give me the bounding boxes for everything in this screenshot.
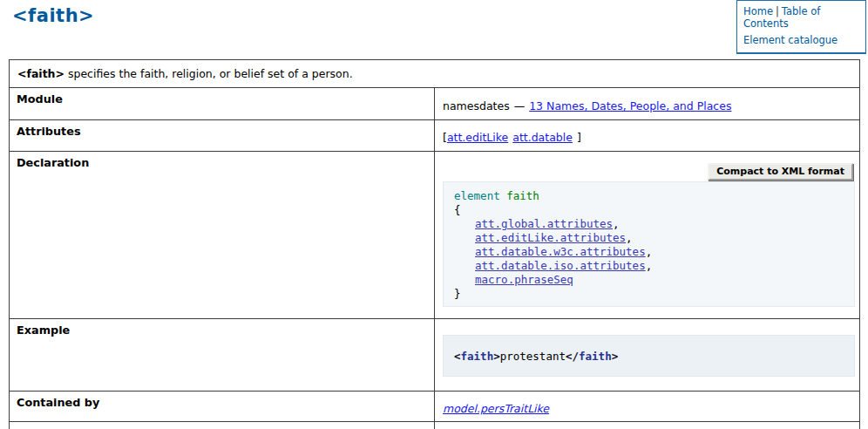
example-close-tag-name: faith: [579, 350, 612, 363]
model-perstraitlike-link[interactable]: model.persTraitLike: [443, 402, 549, 415]
module-dash: —: [514, 99, 526, 112]
truncated-row-value-cell: [435, 422, 860, 429]
code-link-macro-phraseseq[interactable]: macro.phraseSeq: [475, 273, 573, 286]
truncated-row-label-cell: [10, 422, 435, 429]
module-label: Module: [10, 88, 435, 120]
contained-by-label: Contained by: [10, 392, 435, 422]
element-tag-text: <faith>: [17, 67, 64, 80]
example-open-tag-name: faith: [461, 350, 494, 363]
nav-row-main: Home|Table of Contents: [743, 5, 859, 30]
compact-to-xml-button[interactable]: Compact to XML format: [708, 163, 853, 180]
attribute-class-link-editlike[interactable]: att.editLike: [447, 131, 508, 144]
code-link-att-datable-w3c-attributes[interactable]: att.datable.w3c.attributes: [475, 245, 646, 258]
code-line-att-global: att.global.attributes,: [454, 217, 854, 231]
contained-by-value: model.persTraitLike: [435, 392, 860, 422]
attributes-value: [att.editLikeatt.datable]: [435, 120, 860, 152]
code-line-att-editlike: att.editLike.attributes,: [454, 231, 854, 245]
code-link-att-datable-iso-attributes[interactable]: att.datable.iso.attributes: [475, 259, 646, 272]
page-title: <faith>: [12, 5, 94, 26]
attributes-label: Attributes: [10, 120, 435, 152]
code-line-element: element faith: [454, 189, 854, 203]
example-open-tag-gt: >: [493, 350, 500, 363]
nav-link-home[interactable]: Home: [743, 5, 773, 17]
nav-link-element-catalogue[interactable]: Element catalogue: [743, 34, 837, 46]
declaration-code-box: element faith { att.global.attributes, a…: [443, 181, 855, 307]
code-keyword-element: element: [454, 189, 500, 202]
header-nav-box: Home|Table of Contents Element catalogue: [736, 0, 866, 54]
code-link-att-editlike-attributes[interactable]: att.editLike.attributes: [475, 231, 626, 244]
code-line-macro-phraseseq: macro.phraseSeq: [454, 273, 854, 287]
example-row: Example <faith>protestant</faith>: [10, 319, 860, 392]
code-line-att-datable-iso: att.datable.iso.attributes,: [454, 259, 854, 273]
module-value: namesdates—13 Names, Dates, People, and …: [435, 88, 860, 120]
declaration-label: Declaration: [10, 152, 435, 319]
example-code-box: <faith>protestant</faith>: [443, 335, 855, 377]
code-comma: ,: [646, 259, 653, 272]
attributes-row: Attributes [att.editLikeatt.datable]: [10, 120, 860, 152]
declaration-row: Declaration Compact to XML format elemen…: [10, 152, 860, 319]
nav-separator: |: [776, 5, 779, 17]
example-label: Example: [10, 319, 435, 392]
element-reference-table: <faith> specifies the faith, religion, o…: [9, 59, 860, 429]
example-value: <faith>protestant</faith>: [435, 319, 860, 392]
code-line-att-datable-w3c: att.datable.w3c.attributes,: [454, 245, 854, 259]
contained-by-row: Contained by model.persTraitLike: [10, 392, 860, 422]
code-comma: ,: [646, 245, 653, 258]
example-open-tag-lt: <: [454, 350, 461, 363]
element-description: <faith> specifies the faith, religion, o…: [10, 60, 860, 88]
attributes-close-bracket: ]: [577, 131, 581, 144]
truncated-row: [10, 422, 860, 429]
code-link-att-global-attributes[interactable]: att.global.attributes: [475, 217, 613, 230]
code-line-open-brace: {: [454, 203, 854, 217]
module-name: namesdates: [443, 99, 510, 112]
description-row: <faith> specifies the faith, religion, o…: [10, 60, 860, 88]
module-row: Module namesdates—13 Names, Dates, Peopl…: [10, 88, 860, 120]
code-line-close-brace: }: [454, 287, 854, 301]
code-comma: ,: [626, 231, 633, 244]
nav-row-catalogue: Element catalogue: [743, 34, 859, 46]
code-element-name: faith: [506, 189, 539, 202]
description-text: specifies the faith, religion, or belief…: [64, 67, 353, 80]
module-chapter-link[interactable]: 13 Names, Dates, People, and Places: [529, 99, 731, 112]
example-close-tag-lt: </: [566, 350, 579, 363]
code-comma: ,: [613, 217, 620, 230]
example-content-text: protestant: [500, 350, 566, 363]
attribute-class-link-datable[interactable]: att.datable: [512, 131, 573, 144]
declaration-value: Compact to XML format element faith { at…: [435, 152, 860, 319]
example-close-tag-gt: >: [612, 350, 619, 363]
